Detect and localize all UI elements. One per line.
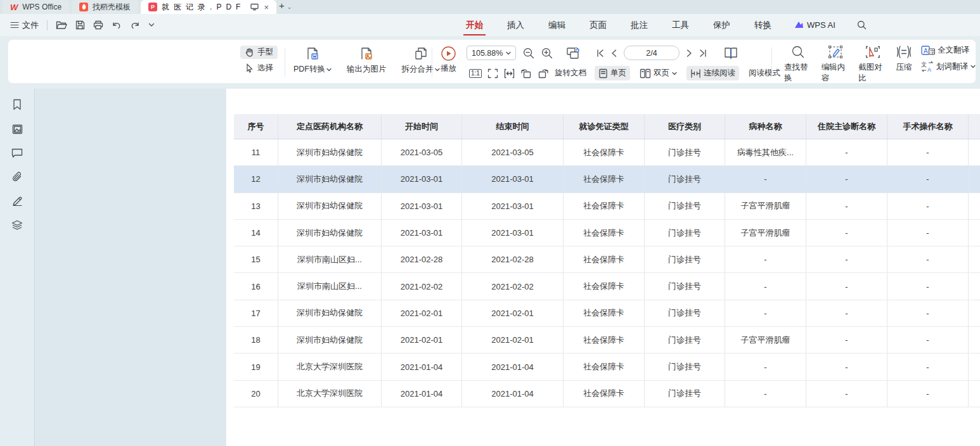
fit-page-icon[interactable] xyxy=(487,68,498,79)
table-cell: 2021-02-28 xyxy=(382,246,462,272)
tab-wps-office[interactable]: W WPS Office xyxy=(3,0,69,14)
word-translate-button[interactable]: 文A 划词翻译 xyxy=(921,61,976,72)
ribbon-tab-tools[interactable]: 工具 xyxy=(671,15,690,36)
table-row[interactable]: 18深圳市妇幼保健院2021-02-012021-02-01社会保障卡门诊挂号子… xyxy=(234,327,980,354)
table-cell: 深圳市妇幼保健院 xyxy=(278,139,382,165)
full-translate-button[interactable]: A字 全文翻译 xyxy=(921,45,976,56)
table-cell: - xyxy=(806,300,887,326)
table-cell: - xyxy=(887,246,969,272)
table-cell: 北京大学深圳医院 xyxy=(278,381,382,407)
table-cell: - xyxy=(806,193,887,219)
table-cell xyxy=(969,139,980,165)
play-icon xyxy=(441,46,456,61)
read-mode-label[interactable]: 阅读模式 xyxy=(749,68,780,79)
table-cell: 深圳市妇幼保健院 xyxy=(278,220,382,246)
tab-label: WPS Office xyxy=(22,3,61,11)
pdf-convert-button[interactable]: PDF转换 xyxy=(293,46,332,75)
split-merge-button[interactable]: 拆分合并 xyxy=(402,46,440,75)
ribbon-tabs: 开始 插入 编辑 页面 批注 工具 保护 转换 WPS AI xyxy=(465,14,867,36)
ribbon-tab-page[interactable]: 页面 xyxy=(588,15,608,36)
zoom-in-icon[interactable] xyxy=(541,48,553,59)
open-folder-icon[interactable] xyxy=(56,20,67,30)
thumbnail-icon[interactable] xyxy=(12,124,23,134)
zoom-out-icon[interactable] xyxy=(523,48,534,59)
layers-icon[interactable] xyxy=(11,220,23,231)
table-row[interactable]: 20北京大学深圳医院2021-01-042021-01-04社会保障卡门诊挂号-… xyxy=(234,381,980,407)
tab-list-chevron-icon[interactable]: ⌄ xyxy=(287,4,292,10)
docer-logo-icon xyxy=(79,3,88,11)
table-cell: 2021-03-01 xyxy=(382,166,462,192)
table-row[interactable]: 16深圳市南山区妇...2021-02-022021-02-02社会保障卡门诊挂… xyxy=(234,273,980,300)
page-number-input[interactable]: 2/4 xyxy=(624,46,680,60)
find-replace-button[interactable]: 查找替换 xyxy=(784,45,813,84)
monitor-icon[interactable] xyxy=(250,3,259,11)
table-row[interactable]: 12深圳市妇幼保健院2021-03-012021-03-01社会保障卡门诊挂号-… xyxy=(234,166,980,193)
ribbon-tab-home[interactable]: 开始 xyxy=(465,15,484,36)
table-row[interactable]: 15深圳市南山区妇...2021-02-282021-02-28社会保障卡门诊挂… xyxy=(234,246,980,273)
table-cell: 门诊挂号 xyxy=(645,381,725,407)
undo-history-chevron-icon[interactable] xyxy=(148,23,155,27)
double-page-button[interactable]: 双页 xyxy=(636,66,681,80)
select-tool-button[interactable]: 选择 xyxy=(240,61,278,75)
screenshot-compare-label: 截图对比 xyxy=(858,62,887,84)
split-merge-icon xyxy=(413,46,429,62)
table-row[interactable]: 13深圳市妇幼保健院2021-03-012021-03-01社会保障卡门诊挂号子… xyxy=(234,193,980,220)
table-cell: 子宫平滑肌瘤 xyxy=(725,193,806,219)
new-tab-icon[interactable]: + xyxy=(276,0,287,14)
bookmark-icon[interactable] xyxy=(12,99,22,110)
compress-button[interactable]: 压缩 xyxy=(896,45,912,84)
continuous-read-icon xyxy=(690,68,701,79)
fit-width-icon[interactable] xyxy=(504,68,515,79)
single-page-button[interactable]: 单页 xyxy=(595,66,630,80)
find-replace-icon xyxy=(791,45,805,59)
actual-size-button[interactable]: 1:1 xyxy=(469,69,482,78)
ribbon-tab-insert[interactable]: 插入 xyxy=(506,15,525,36)
signature-icon[interactable] xyxy=(12,196,23,206)
zoom-level-select[interactable]: 105.88% xyxy=(467,46,516,60)
tab-medical-record-pdf[interactable]: P 就医记录.PDF × xyxy=(141,0,276,14)
file-menu-button[interactable]: 文件 xyxy=(10,20,39,31)
table-cell: - xyxy=(806,246,887,272)
first-page-icon[interactable] xyxy=(596,49,604,57)
table-cell: 社会保障卡 xyxy=(564,381,645,407)
rotate-doc-label[interactable]: 旋转文档 xyxy=(555,68,586,79)
hamburger-icon xyxy=(10,22,19,29)
edit-content-button[interactable]: 编辑内容 xyxy=(822,45,850,84)
table-row[interactable]: 14深圳市妇幼保健院2021-03-012021-03-01社会保障卡门诊挂号子… xyxy=(234,220,980,246)
table-cell: 2021-03-01 xyxy=(462,166,564,192)
table-cell: 2021-02-02 xyxy=(462,273,564,299)
table-row[interactable]: 19北京大学深圳医院2021-01-042021-01-04社会保障卡门诊挂号-… xyxy=(234,354,980,380)
ribbon-tab-annotate[interactable]: 批注 xyxy=(629,15,649,36)
table-cell: 2021-03-01 xyxy=(462,193,564,219)
rotate-right-icon[interactable] xyxy=(538,68,549,79)
column-header: 病种名称 xyxy=(725,114,806,139)
continuous-read-button[interactable]: 连续阅读 xyxy=(687,66,739,80)
last-page-icon[interactable] xyxy=(699,49,707,57)
toolbar-card: 手型 选择 PDF转换 输出为图片 拆分合并 播放 105.88% xyxy=(8,39,976,84)
comment-icon[interactable] xyxy=(11,148,23,158)
attachment-icon[interactable] xyxy=(11,172,23,182)
save-icon[interactable] xyxy=(75,20,85,30)
table-cell: - xyxy=(887,300,969,326)
table-row[interactable]: 17深圳市妇幼保健院2021-02-012021-02-01社会保障卡门诊挂号-… xyxy=(234,300,980,327)
undo-icon[interactable] xyxy=(112,21,122,30)
hand-tool-button[interactable]: 手型 xyxy=(240,46,278,59)
ribbon-tab-protect[interactable]: 保护 xyxy=(712,15,732,36)
ribbon-tab-convert[interactable]: 转换 xyxy=(753,15,773,36)
wps-ai-button[interactable]: WPS AI xyxy=(794,20,835,30)
prev-page-icon[interactable] xyxy=(611,49,617,57)
table-row[interactable]: 11深圳市妇幼保健院2021-03-052021-03-05社会保障卡门诊挂号病… xyxy=(234,139,980,166)
print-icon[interactable] xyxy=(93,20,103,30)
table-cell: 2021-01-04 xyxy=(462,381,564,407)
ribbon-tab-edit[interactable]: 编辑 xyxy=(547,15,567,36)
screenshot-compare-button[interactable]: 截图对比 xyxy=(858,45,887,84)
rotate-left-icon[interactable] xyxy=(520,68,532,79)
next-page-icon[interactable] xyxy=(687,49,692,57)
search-icon[interactable] xyxy=(857,20,867,30)
close-tab-icon[interactable]: × xyxy=(264,3,269,12)
play-button[interactable]: 播放 xyxy=(441,46,456,74)
redo-icon[interactable] xyxy=(130,21,140,30)
table-cell: 11 xyxy=(234,139,278,165)
export-image-button[interactable]: 输出为图片 xyxy=(347,46,387,75)
tab-docer-templates[interactable]: 找稻壳模板 xyxy=(72,0,138,14)
